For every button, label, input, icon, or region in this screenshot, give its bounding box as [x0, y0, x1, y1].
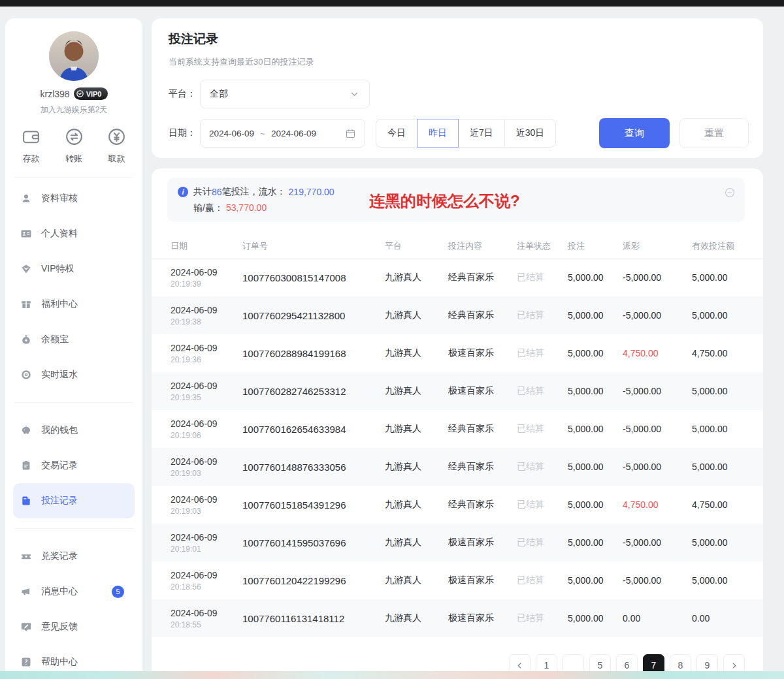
quick-action[interactable]: 转账 [64, 127, 84, 165]
platform-name: 九游真人 [385, 612, 448, 624]
reset-button[interactable]: 重置 [679, 118, 749, 148]
platform-select[interactable]: 全部 [200, 80, 370, 108]
sidebar-item-user[interactable]: 资料审核 [13, 181, 135, 216]
bet-date: 2024-06-09 [171, 570, 242, 580]
bet-date: 2024-06-09 [171, 343, 242, 353]
column-header: 日期 [171, 240, 242, 252]
valid-bet-amount: 5,000.00 [692, 386, 748, 396]
sidebar-item-rebate[interactable]: 实时返水 [13, 357, 135, 392]
table-row[interactable]: 2024-06-09 20:19:38 1007760295421132800 … [152, 296, 763, 334]
sidebar-item-label: 余额宝 [41, 334, 69, 345]
realtime-rebate-icon [20, 369, 32, 381]
sidebar-divider [14, 177, 133, 178]
date-range-button[interactable]: 昨日 [417, 119, 459, 148]
filter-card: 投注记录 当前系统支持查询最近30日的投注记录 平台： 全部 日期： 2024-… [152, 18, 763, 158]
sidebar-item-label: 帮助中心 [41, 656, 78, 668]
order-number: 1007760148876333056 [242, 462, 385, 473]
sidebar-item-label: 兑奖记录 [41, 550, 78, 562]
bet-time: 20:19:01 [171, 545, 242, 554]
sidebar-item-label: VIP特权 [41, 263, 74, 275]
bet-amount: 5,000.00 [568, 537, 623, 548]
table-header-row: 日期订单号平台投注内容注单状态投注派彩有效投注额 [152, 234, 763, 259]
chevron-left-icon [515, 661, 524, 670]
bet-date: 2024-06-09 [171, 532, 242, 543]
valid-bet-amount: 0.00 [692, 613, 748, 624]
bet-time: 20:19:39 [171, 279, 242, 289]
bet-content: 经典百家乐 [448, 461, 517, 473]
vip-level-label: VIP0 [86, 90, 102, 98]
bet-status: 已结算 [517, 499, 568, 511]
sidebar-item-vip[interactable]: VIP特权 [13, 251, 135, 287]
query-button[interactable]: 查询 [599, 118, 670, 148]
table-row[interactable]: 2024-06-09 20:19:06 1007760162654633984 … [152, 410, 763, 448]
withdraw-icon [106, 127, 127, 147]
info-icon [178, 187, 188, 197]
calendar-icon [345, 128, 356, 139]
payout-amount: -5,000.00 [623, 537, 692, 548]
table-row[interactable]: 2024-06-09 20:19:03 1007760151854391296 … [152, 486, 763, 524]
bet-status: 已结算 [517, 537, 568, 548]
payout-amount: -5,000.00 [623, 424, 692, 434]
sidebar-item-label: 意见反馈 [41, 621, 78, 633]
sidebar-item-msg[interactable]: 消息中心 5 [13, 574, 135, 609]
sidebar-item-gift[interactable]: 福利中心 [13, 287, 135, 322]
date-range-button[interactable]: 今日 [376, 119, 417, 148]
sidebar-item-prize[interactable]: 兑奖记录 [13, 539, 135, 574]
feedback-icon [20, 621, 32, 633]
order-number: 1007760141595037696 [242, 537, 385, 548]
page-subtitle: 当前系统支持查询最近30日的投注记录 [169, 56, 314, 68]
quick-actions: 存款 转账 取款 [5, 127, 142, 165]
bet-date: 2024-06-09 [171, 305, 242, 315]
records-card: 共计86笔投注，流水：219,770.00 输/赢：53,770.00 连黑的时… [152, 168, 763, 679]
quick-action[interactable]: 存款 [21, 127, 41, 165]
quick-action[interactable]: 取款 [106, 127, 127, 165]
sidebar-item-trade[interactable]: 交易记录 [13, 448, 135, 483]
valid-bet-amount: 4,750.00 [692, 348, 748, 358]
valid-bet-amount: 5,000.00 [692, 310, 748, 321]
payout-amount: 0.00 [623, 613, 692, 624]
bet-amount: 5,000.00 [568, 575, 623, 586]
valid-bet-amount: 5,000.00 [692, 537, 748, 548]
payout-amount: 4,750.00 [623, 348, 692, 358]
table-row[interactable]: 2024-06-09 20:18:56 1007760120422199296 … [152, 561, 763, 599]
table-row[interactable]: 2024-06-09 20:19:39 1007760300815147008 … [152, 259, 763, 296]
bet-content: 极速百家乐 [448, 347, 517, 359]
username: krzl398 [41, 89, 70, 99]
sidebar-item-idcard[interactable]: 个人资料 [13, 216, 135, 251]
table-row[interactable]: 2024-06-09 20:19:01 1007760141595037696 … [152, 524, 763, 561]
table-row[interactable]: 2024-06-09 20:18:55 1007760116131418112 … [152, 599, 763, 637]
betting-records-icon [20, 495, 32, 507]
avatar[interactable] [49, 31, 99, 81]
bet-date: 2024-06-09 [171, 418, 242, 429]
sidebar-item-feedback[interactable]: 意见反馈 [13, 609, 135, 644]
bet-amount: 5,000.00 [568, 499, 623, 510]
winloss-value: 53,770.00 [226, 202, 267, 213]
platform-name: 九游真人 [385, 423, 448, 435]
date-range-button[interactable]: 近7日 [458, 119, 505, 148]
date-range-button[interactable]: 近30日 [504, 119, 557, 148]
sidebar-item-purse[interactable]: 余额宝 [13, 322, 135, 357]
bet-time: 20:19:36 [171, 355, 242, 364]
valid-bet-amount: 4,750.00 [692, 499, 748, 510]
bet-time: 20:18:55 [171, 620, 242, 629]
date-range-input[interactable]: 2024-06-09 ~ 2024-06-09 [200, 119, 365, 148]
table-row[interactable]: 2024-06-09 20:19:03 1007760148876333056 … [152, 448, 763, 486]
bet-time: 20:19:35 [171, 393, 242, 402]
sidebar-item-wallet[interactable]: 我的钱包 [13, 413, 135, 448]
vip-badge[interactable]: VIP0 [74, 87, 108, 100]
order-number: 1007760295421132800 [242, 310, 385, 321]
quick-action-label: 转账 [65, 153, 82, 165]
winloss-label: 输/赢： [193, 202, 223, 213]
sidebar-item-bet[interactable]: 投注记录 [13, 483, 135, 518]
sidebar-item-label: 消息中心 [41, 586, 78, 597]
table-row[interactable]: 2024-06-09 20:19:35 1007760282746253312 … [152, 372, 763, 410]
table-row[interactable]: 2024-06-09 20:19:36 1007760288984199168 … [152, 334, 763, 372]
collapse-summary-icon[interactable] [724, 187, 736, 198]
bet-content: 极速百家乐 [448, 612, 517, 624]
red-annotation-text: 连黑的时候怎么不说? [369, 191, 520, 212]
summary-prefix: 共计 [193, 186, 212, 198]
bet-date: 2024-06-09 [171, 494, 242, 505]
bet-status: 已结算 [517, 461, 568, 473]
bet-content: 极速百家乐 [448, 537, 517, 548]
top-black-bar [0, 0, 784, 7]
